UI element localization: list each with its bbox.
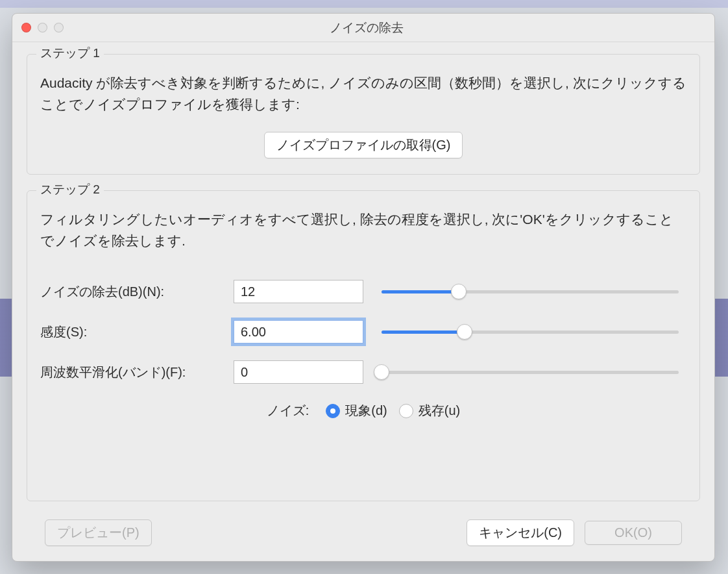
sensitivity-label: 感度(S): — [40, 323, 222, 341]
noise-mode-option-reduce-label: 現象(d) — [345, 402, 387, 419]
noise-mode-lead: ノイズ: — [267, 402, 309, 419]
noise-mode-row: ノイズ: 現象(d) 残存(u) — [40, 402, 686, 419]
noise-mode-option-residue-label: 残存(u) — [419, 402, 460, 419]
dialog-window: ノイズの除去 ステップ 1 Audacity が除去すべき対象を判断するために,… — [12, 13, 715, 562]
noise-mode-option-reduce[interactable]: 現象(d) — [326, 402, 387, 419]
ok-button[interactable]: OK(O) — [585, 521, 682, 545]
step1-group: ステップ 1 Audacity が除去すべき対象を判断するために, ノイズのみの… — [27, 54, 700, 175]
step2-label: ステップ 2 — [36, 181, 104, 198]
window-title: ノイズの除去 — [28, 19, 705, 36]
preview-button[interactable]: プレビュー(P) — [45, 519, 152, 546]
noise-reduction-slider[interactable] — [382, 284, 686, 299]
sensitivity-input[interactable] — [234, 320, 363, 343]
cancel-button[interactable]: キャンセル(C) — [467, 519, 574, 546]
radio-selected-icon — [326, 404, 340, 418]
sensitivity-slider[interactable] — [382, 325, 686, 339]
freq-smoothing-input[interactable] — [234, 360, 363, 384]
freq-smoothing-slider[interactable] — [382, 365, 686, 379]
step2-instructions: フィルタリングしたいオーディオをすべて選択し, 除去の程度を選択し, 次に'OK… — [40, 209, 686, 251]
step1-instructions: Audacity が除去すべき対象を判断するために, ノイズのみの区間（数秒間）… — [40, 73, 686, 115]
parameter-grid: ノイズの除去(dB)(N): 感度(S): 周波数平滑化(バンド — [40, 280, 686, 384]
step1-label: ステップ 1 — [36, 45, 104, 62]
get-noise-profile-button[interactable]: ノイズプロファイルの取得(G) — [264, 132, 463, 158]
dialog-content: ステップ 1 Audacity が除去すべき対象を判断するために, ノイズのみの… — [12, 42, 714, 561]
titlebar: ノイズの除去 — [12, 14, 714, 42]
step2-group: ステップ 2 フィルタリングしたいオーディオをすべて選択し, 除去の程度を選択し… — [27, 190, 700, 501]
noise-mode-option-residue[interactable]: 残存(u) — [399, 402, 460, 419]
radio-unselected-icon — [399, 404, 413, 418]
noise-reduction-input[interactable] — [234, 280, 363, 303]
noise-reduction-label: ノイズの除去(dB)(N): — [40, 283, 222, 301]
freq-smoothing-label: 周波数平滑化(バンド)(F): — [40, 364, 222, 381]
dialog-footer: プレビュー(P) キャンセル(C) OK(O) — [27, 517, 700, 548]
